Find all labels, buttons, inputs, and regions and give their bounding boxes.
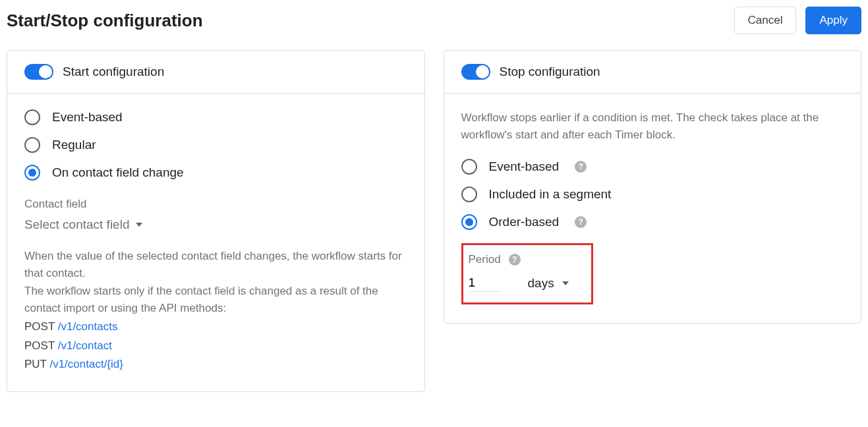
api-endpoint-line: POST /v1/contacts (24, 318, 407, 335)
contact-field-select[interactable]: Select contact field (24, 217, 142, 232)
chevron-down-icon (136, 223, 142, 227)
page-title: Start/Stop configuration (7, 11, 203, 31)
radio-order-based[interactable]: Order-based ? (461, 214, 844, 230)
help-icon[interactable]: ? (575, 161, 587, 173)
chevron-down-icon (562, 281, 569, 285)
api-path-link[interactable]: /v1/contact/{id} (49, 358, 123, 370)
radio-event-based-start[interactable]: Event-based (24, 109, 407, 125)
help-text-line2: The workflow starts only if the contact … (24, 283, 407, 318)
api-path-link[interactable]: /v1/contact (58, 339, 112, 352)
radio-icon (461, 186, 477, 202)
radio-event-based-stop[interactable]: Event-based ? (461, 159, 844, 175)
contact-field-placeholder: Select contact field (24, 217, 129, 232)
stop-config-toggle[interactable] (461, 64, 490, 80)
period-unit-select[interactable]: days (528, 276, 569, 291)
radio-icon (24, 109, 40, 125)
start-config-title: Start configuration (63, 65, 164, 79)
radio-icon (461, 159, 477, 175)
stop-config-title: Stop configuration (500, 65, 600, 79)
api-endpoint-line: PUT /v1/contact/{id} (24, 356, 407, 373)
help-text-line1: When the value of the selected contact f… (24, 248, 407, 283)
radio-on-contact-field-change[interactable]: On contact field change (24, 165, 407, 181)
api-endpoint-line: POST /v1/contact (24, 337, 407, 355)
help-icon[interactable]: ? (575, 216, 587, 228)
radio-label: Regular (52, 138, 96, 152)
radio-regular[interactable]: Regular (24, 137, 407, 153)
cancel-button[interactable]: Cancel (734, 7, 797, 34)
api-method: POST (24, 339, 55, 352)
api-method: POST (24, 320, 55, 333)
radio-icon (461, 214, 477, 230)
radio-icon (24, 137, 40, 153)
help-icon[interactable]: ? (509, 254, 521, 266)
period-box: Period ? days (461, 243, 593, 304)
api-path-link[interactable]: /v1/contacts (58, 320, 118, 333)
radio-label: Event-based (489, 159, 560, 174)
stop-config-panel: Stop configuration Workflow stops earlie… (444, 50, 862, 324)
period-label: Period (469, 253, 501, 266)
start-config-panel: Start configuration Event-based Regular … (7, 50, 425, 392)
apply-button[interactable]: Apply (805, 7, 861, 34)
radio-label: Included in a segment (489, 187, 612, 202)
stop-description: Workflow stops earlier if a condition is… (461, 109, 844, 143)
period-unit-value: days (528, 276, 554, 291)
contact-field-label: Contact field (24, 198, 407, 211)
api-method: PUT (24, 358, 47, 370)
radio-label: Order-based (489, 215, 560, 229)
radio-included-in-segment[interactable]: Included in a segment (461, 186, 844, 202)
radio-label: On contact field change (52, 165, 184, 180)
radio-icon (24, 165, 40, 181)
start-config-toggle[interactable] (24, 64, 53, 80)
radio-label: Event-based (52, 110, 123, 125)
period-value-input[interactable] (469, 274, 502, 292)
